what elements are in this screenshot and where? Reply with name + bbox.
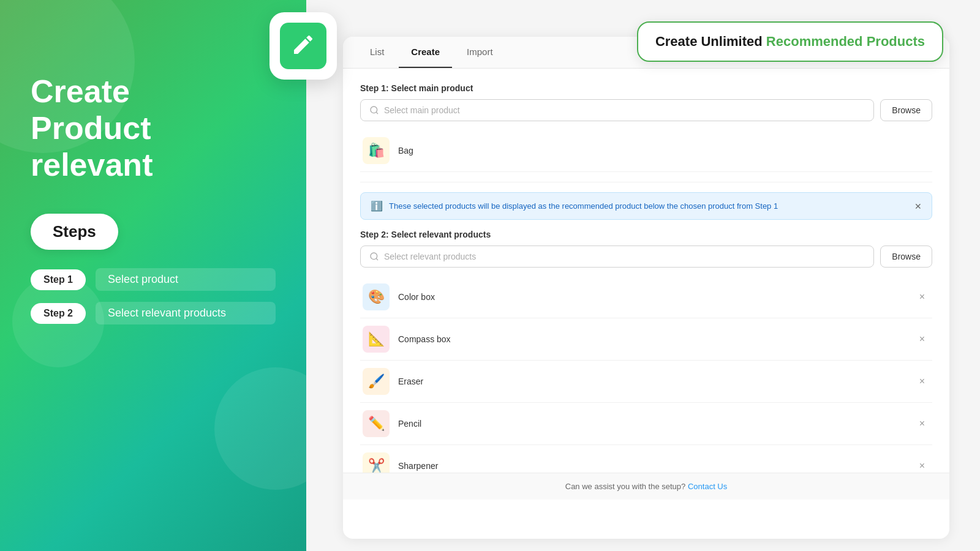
svg-line-1 [376, 112, 378, 114]
list-item: 🖌️ Eraser × [360, 361, 932, 403]
relevant-products-list: 🎨 Color box × 📐 Compass box × 🖌️ Eraser … [360, 276, 932, 473]
app-icon-wrapper [270, 12, 337, 80]
steps-label-box: Steps [31, 214, 118, 250]
step-1-badge: Step 1 [31, 269, 86, 290]
eraser-name: Eraser [398, 377, 914, 386]
promo-text: Create Unlimited Recommended Products [655, 34, 925, 49]
right-panel: Create Unlimited Recommended Products Li… [306, 0, 980, 551]
search-icon-2 [369, 252, 379, 261]
edit-icon [291, 32, 315, 59]
info-icon: ℹ️ [371, 200, 383, 212]
search-icon [369, 105, 379, 115]
selected-product-row: 🛍️ Bag [360, 130, 932, 172]
tab-list[interactable]: List [358, 37, 396, 68]
svg-point-0 [371, 107, 377, 113]
step-2-desc: Select relevant products [96, 302, 276, 324]
remove-colorbox-button[interactable]: × [914, 289, 930, 305]
steps-label: Steps [53, 222, 96, 241]
bag-thumbnail: 🛍️ [363, 137, 390, 164]
contact-link[interactable]: Contact Us [688, 482, 727, 491]
compassbox-thumbnail: 📐 [363, 326, 390, 353]
step1-browse-button[interactable]: Browse [880, 99, 932, 121]
remove-eraser-button[interactable]: × [914, 373, 930, 389]
app-icon-inner [280, 23, 326, 69]
step2-search-wrap[interactable]: Select relevant products [360, 246, 874, 268]
step-1-item: Step 1 Select product [31, 268, 276, 291]
list-item: 🎨 Color box × [360, 276, 932, 318]
step-1-desc: Select product [96, 268, 276, 291]
info-text: These selected products will be displaye… [389, 201, 908, 211]
colorbox-thumbnail: 🎨 [363, 283, 390, 310]
remove-sharpener-button[interactable]: × [914, 458, 930, 473]
step2-label: Step 2: Select relevant products [360, 230, 932, 239]
card-footer: Can we assist you with the setup? Contac… [343, 473, 949, 500]
info-banner: ℹ️ These selected products will be displ… [360, 192, 932, 220]
compassbox-name: Compass box [398, 334, 914, 344]
footer-text: Can we assist you with the setup? [565, 482, 686, 491]
section-separator [360, 182, 932, 182]
step-2-badge: Step 2 [31, 303, 86, 324]
form-content: Step 1: Select main product Select main … [343, 69, 949, 473]
remove-compassbox-button[interactable]: × [914, 331, 930, 347]
step2-browse-button[interactable]: Browse [880, 246, 932, 268]
info-close-button[interactable]: ✕ [914, 201, 922, 211]
list-item: 📐 Compass box × [360, 318, 932, 361]
step1-search-row: Select main product Browse [360, 99, 932, 121]
svg-line-3 [376, 258, 378, 260]
sharpener-thumbnail: ✂️ [363, 452, 390, 473]
svg-point-2 [371, 253, 377, 260]
step2-search-placeholder: Select relevant products [384, 252, 476, 261]
tab-create[interactable]: Create [399, 37, 452, 68]
remove-pencil-button[interactable]: × [914, 416, 930, 432]
list-item: ✏️ Pencil × [360, 403, 932, 445]
steps-list: Step 1 Select product Step 2 Select rele… [31, 268, 276, 324]
main-title: CreateProductrelevant [31, 73, 276, 183]
step1-search-wrap[interactable]: Select main product [360, 99, 874, 121]
step-2-item: Step 2 Select relevant products [31, 302, 276, 324]
pencil-thumbnail: ✏️ [363, 410, 390, 437]
list-item: ✂️ Sharpener × [360, 445, 932, 473]
step2-search-row: Select relevant products Browse [360, 246, 932, 268]
pencil-name: Pencil [398, 419, 914, 429]
left-panel: CreateProductrelevant Steps Step 1 Selec… [0, 0, 306, 551]
colorbox-name: Color box [398, 292, 914, 302]
step1-label: Step 1: Select main product [360, 83, 932, 93]
main-card: List Create Import Step 1: Select main p… [343, 37, 949, 539]
step1-search-placeholder: Select main product [384, 105, 460, 115]
tab-import[interactable]: Import [454, 37, 505, 68]
eraser-thumbnail: 🖌️ [363, 368, 390, 395]
bag-name: Bag [398, 146, 930, 156]
promo-badge: Create Unlimited Recommended Products [637, 21, 943, 62]
sharpener-name: Sharpener [398, 461, 914, 471]
